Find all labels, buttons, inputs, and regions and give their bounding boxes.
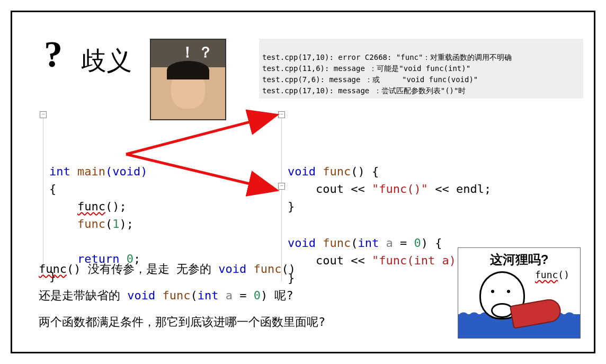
- fold-icon: −: [40, 111, 47, 118]
- explain-line-1: func() 没有传参，是走 无参的 void func(): [39, 261, 296, 277]
- svg-line-1: [126, 154, 274, 190]
- seal-meme-caption: 这河狸吗?: [458, 251, 580, 268]
- console-line: test.cpp(17,10): message ：尝试匹配参数列表"()"时: [262, 86, 466, 95]
- svg-line-0: [126, 116, 274, 154]
- slide-title: 歧义: [81, 44, 132, 78]
- seal-meme: 这河狸吗? func(): [458, 247, 581, 339]
- explain-line-3: 两个函数都满足条件，那它到底该进哪一个函数里面呢?: [39, 314, 325, 330]
- explain-line-2: 还是走带缺省的 void func(int a = 0) 呢?: [39, 288, 293, 304]
- console-line: test.cpp(7,6): message ：或 "void func(voi…: [262, 75, 478, 84]
- console-line: test.cpp(11,6): message ：可能是"void func(i…: [262, 64, 470, 73]
- confused-face-meme: ！？: [150, 39, 226, 120]
- compiler-output: test.cpp(17,10): error C2668: "func"：对重载…: [259, 39, 583, 99]
- seal-meme-code: func(): [535, 269, 569, 280]
- console-line: test.cpp(17,10): error C2668: "func"：对重载…: [262, 53, 512, 61]
- slide-frame: ? 歧义 ！？ test.cpp(17,10): error C2668: "f…: [11, 11, 595, 353]
- question-mark-icon: ?: [44, 33, 63, 76]
- fold-icon: −: [278, 111, 285, 118]
- meme-overlay-text: ！？: [180, 42, 216, 63]
- fold-icon: −: [278, 183, 285, 190]
- main-code-block: − int main(void) { func(); func(1); retu…: [49, 110, 147, 285]
